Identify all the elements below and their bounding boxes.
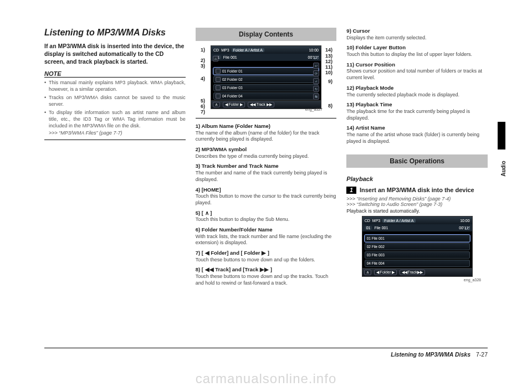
list-item[interactable]: 04 File 004: [365, 260, 470, 267]
cd-icon: CD: [365, 219, 370, 223]
def-body: The name of the artist whose track (fold…: [346, 132, 488, 145]
def-title: [ ∧ ]: [202, 210, 212, 216]
album-name: Folder A / Artist A: [382, 219, 415, 223]
album-text: Folder A: [233, 48, 248, 52]
def-num: 10): [346, 44, 354, 50]
def-item: 5) [ ∧ ]Touch this button to display the…: [196, 210, 337, 223]
folder-icon: [216, 94, 221, 99]
mini-device-screen: CD MP3 Folder A / Artist A 10:00 01 File…: [362, 216, 473, 277]
section-bar-basic: Basic Operations: [346, 154, 488, 168]
row-label: Folder 02: [227, 78, 242, 81]
def-item: 9) CursorDisplays the item currently sel…: [346, 28, 488, 41]
callout-left: 3): [201, 63, 205, 69]
folder-list: 01 Folder 01 02 Folder 02 03 Folder 03: [211, 66, 321, 100]
folder-nav-button[interactable]: ◀ Folder ▶: [223, 102, 245, 107]
note-ref: >>> “MP3/WMA Files” (page 7-7): [49, 130, 122, 136]
list-item[interactable]: 01 Folder 01: [213, 68, 319, 75]
mp3-symbol: MP3: [372, 219, 380, 223]
ref-link: >>> “Inserting and Removing Disks” (page…: [346, 196, 488, 202]
column-3: 9) CursorDisplays the item currently sel…: [346, 28, 488, 360]
now-playing-bar: 01 File 001 00'11": [362, 224, 472, 231]
mode-button[interactable]: ↻: [313, 86, 319, 92]
auto-text: Playback is started automatically.: [346, 208, 488, 214]
cursor-position: 1/5: [314, 56, 319, 60]
callout-right: 10): [325, 70, 332, 75]
callout-left: 7): [201, 109, 205, 115]
def-num: 9): [346, 28, 351, 34]
mode-button[interactable]: ⤾: [313, 78, 319, 84]
folder-layer-button[interactable]: ↩: [313, 63, 319, 69]
def-body: The currently selected playback mode is …: [346, 92, 488, 99]
submenu-button[interactable]: ∧: [364, 270, 371, 275]
def-title: Track Number and Track Name: [202, 163, 279, 169]
def-num: 14): [346, 125, 354, 131]
home-button[interactable]: ⌂: [213, 56, 218, 61]
track-nav-button[interactable]: ◀◀Track▶▶: [400, 270, 424, 275]
folder-nav-button[interactable]: ◀ Folder ▶: [374, 270, 397, 275]
cd-icon: CD: [213, 48, 219, 52]
callout-left: 1): [201, 47, 205, 53]
callout-right: 9): [328, 79, 332, 84]
screen-titlebar: CD MP3 Folder A / Artist A 10:00: [211, 46, 321, 54]
def-item: 6) Folder Number/Folder NameWith track l…: [196, 226, 337, 246]
def-body: Describes the type of media currently be…: [196, 153, 337, 160]
folder-icon: [216, 85, 221, 90]
def-item: 14) Artist NameThe name of the artist wh…: [346, 125, 488, 145]
callout-right: 11): [325, 64, 332, 70]
def-body: The number and name of the track current…: [196, 170, 337, 183]
def-title: Folder Layer Button: [356, 44, 406, 50]
list-item[interactable]: 04 Folder 04: [213, 92, 319, 100]
def-title: Playback Time: [356, 101, 392, 107]
def-body: The playback time for the track currentl…: [346, 109, 488, 121]
def-num: 1): [196, 123, 200, 129]
list-item[interactable]: 03 Folder 03: [213, 84, 319, 91]
mode-button[interactable]: ⟳: [313, 70, 319, 76]
def-item: 13) Playback TimeThe playback time for t…: [346, 101, 488, 121]
step-number: 1: [346, 187, 356, 194]
def-item: 12) Playback ModeThe currently selected …: [346, 85, 488, 98]
clock: 10:00: [309, 48, 319, 52]
def-body: Touch these buttons to move down and up …: [196, 274, 337, 286]
note-item: To display title information such as art…: [44, 109, 186, 136]
note-item: This manual mainly explains MP3 playback…: [44, 79, 186, 92]
page-content: Listening to MP3/WMA Disks If an MP3/WMA…: [44, 28, 488, 360]
def-body: The name of the album (name of the folde…: [196, 130, 337, 143]
def-body: Touch this button to display the list of…: [346, 51, 488, 58]
playback-heading: Playback: [346, 176, 488, 182]
row-label: File 003: [372, 253, 385, 257]
list-item[interactable]: 02 File 002: [365, 243, 470, 250]
side-tab: [498, 122, 505, 149]
def-item: 8) [ ◀◀ Track] and [Track ▶▶ ]Touch thes…: [196, 266, 337, 286]
def-body: Displays the item currently selected.: [346, 35, 488, 42]
def-num: 13): [346, 101, 354, 107]
cursor-position: 1/5: [465, 226, 470, 230]
section-bar-display: Display Contents: [196, 28, 337, 41]
def-body: Shows cursor position and total number o…: [346, 68, 488, 81]
def-item: 11) Cursor PositionShows cursor position…: [346, 61, 488, 81]
row-num: 03: [222, 86, 226, 90]
def-item: 10) Folder Layer ButtonTouch this button…: [346, 44, 488, 58]
control-bar: ∧ ◀ Folder ▶ ◀◀Track▶▶: [362, 268, 472, 276]
list-item[interactable]: 01 File 001: [365, 235, 470, 242]
list-item[interactable]: 03 File 003: [365, 251, 470, 259]
def-title: Cursor Position: [356, 61, 395, 68]
track-name: File 001: [223, 55, 237, 59]
callout-right: 12): [325, 59, 332, 64]
mode-button[interactable]: ⇆: [313, 94, 319, 100]
def-title: [HOME]: [202, 187, 221, 193]
list-item[interactable]: 02 Folder 02: [213, 76, 319, 83]
def-body: Touch this button to move the cursor to …: [196, 193, 337, 206]
display-figure: 1) 2) 3) 4) 5) 6) 7) 14) 13) 12) 11) 10)…: [202, 45, 330, 109]
def-num: 8): [196, 266, 200, 272]
row-label: Folder 03: [227, 86, 242, 90]
folder-icon: [216, 69, 221, 74]
row-num: 02: [367, 245, 371, 249]
track-nav-button[interactable]: ◀◀ Track ▶▶: [248, 102, 274, 107]
def-title: [ ◀ Folder] and [ Folder ▶ ]: [202, 250, 269, 256]
def-num: 12): [346, 85, 354, 91]
row-label: File 004: [372, 261, 385, 265]
submenu-button[interactable]: ∧: [213, 102, 220, 107]
row-num: 02: [222, 78, 226, 81]
control-bar: ∧ ◀ Folder ▶ ◀◀ Track ▶▶: [211, 100, 321, 109]
def-num: 7): [196, 250, 200, 256]
